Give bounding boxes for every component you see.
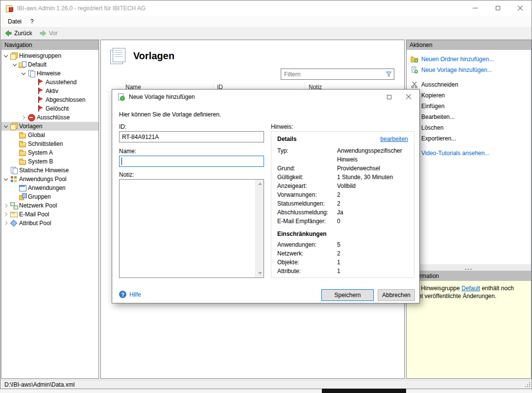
scroll-down-icon[interactable] — [256, 269, 264, 277]
tree-item-ausstehend[interactable]: Ausstehend — [1, 78, 98, 87]
network-pool-icon — [10, 202, 18, 209]
action-new-template[interactable]: Neue Vorlage hinzufügen... — [407, 65, 531, 75]
maximize-button[interactable] — [486, 0, 509, 16]
tree-item-statische-hinweise[interactable]: Statische Hinweise — [1, 166, 98, 175]
hint-label: Hinweis: — [271, 123, 293, 130]
tree-item-netzwerk-pool[interactable]: Netzwerk Pool — [1, 201, 98, 210]
name-field[interactable] — [119, 156, 264, 167]
tree-item-label: Anwendungen — [28, 185, 66, 191]
note-scrollbar[interactable] — [255, 180, 264, 277]
help-icon: ? — [119, 291, 126, 298]
edit-hint-link[interactable]: bearbeiten — [380, 136, 408, 142]
tree-item-geloescht[interactable]: Gelöscht — [1, 104, 98, 113]
save-button[interactable]: Speichern — [321, 289, 374, 301]
tree-indent — [29, 105, 36, 112]
tree-item-anwendungs-pool[interactable]: Anwendungs Pool — [1, 175, 98, 184]
action-copy[interactable]: Kopieren — [407, 90, 531, 101]
tree-item-aktiv[interactable]: Aktiv — [1, 87, 98, 95]
help-link[interactable]: ? Hilfe — [119, 291, 141, 298]
dialog-titlebar: Neue Vorlage hinzufügen — [112, 90, 419, 104]
action-paste[interactable]: Einfügen — [407, 101, 531, 112]
id-field[interactable] — [119, 131, 264, 142]
tree-item-abgeschlossen[interactable]: Abgeschlossen — [1, 95, 98, 104]
tree-item-system-a[interactable]: System A — [1, 148, 98, 157]
detail-value: Providerwechsel — [337, 164, 408, 173]
tree-indent — [11, 132, 18, 139]
action-edit[interactable]: Bearbeiten... — [407, 112, 531, 122]
tree-item-system-b[interactable]: System B — [1, 157, 98, 166]
action-label: Kopieren — [421, 92, 445, 99]
notice-folder-icon — [19, 61, 26, 69]
email-pool-icon — [10, 210, 18, 218]
note-textbox — [119, 179, 264, 278]
resize-grip[interactable] — [524, 381, 531, 388]
detail-value: 1 — [337, 267, 408, 276]
chevron-collapsed-icon[interactable] — [2, 211, 9, 218]
tree-item-hinweisgruppen[interactable]: Hinweisgruppen — [1, 51, 98, 60]
detail-label: Grund: — [277, 164, 337, 173]
tree-item-gruppen[interactable]: Gruppen — [1, 192, 98, 201]
actions-group-gap — [407, 75, 531, 79]
detail-label: Anzeigeart: — [277, 182, 337, 190]
actions-header: Aktionen — [407, 40, 531, 50]
chevron-expanded-icon[interactable] — [11, 61, 18, 68]
forward-button[interactable]: Vor — [39, 29, 58, 37]
note-textarea[interactable] — [120, 180, 255, 277]
detail-row: E-Mail Empfänger:0 — [277, 217, 408, 226]
notices-icon — [27, 69, 35, 77]
tree-item-label: Abgeschlossen — [46, 96, 85, 103]
chevron-collapsed-icon[interactable] — [2, 220, 9, 227]
tree-item-ausschluesse[interactable]: Ausschlüsse — [1, 113, 98, 122]
maximize-icon — [496, 6, 500, 10]
chevron-expanded-icon[interactable] — [2, 52, 9, 59]
actions-panel: Aktionen Neuen Ordner hinzufügen... Neue… — [406, 40, 532, 379]
chevron-expanded-icon[interactable] — [2, 176, 9, 183]
information-default-link[interactable]: Default — [461, 285, 480, 292]
filter-input[interactable] — [281, 71, 383, 78]
tree-item-default[interactable]: Default — [1, 60, 98, 69]
scroll-up-icon[interactable] — [256, 180, 264, 188]
new-template-dialog-icon — [117, 93, 125, 101]
action-delete[interactable]: Löschen — [407, 122, 531, 133]
static-notices-icon — [10, 166, 18, 174]
close-icon — [406, 94, 411, 100]
menu-datei[interactable]: Datei — [3, 17, 26, 26]
action-cut[interactable]: Ausschneiden — [407, 79, 531, 90]
chevron-collapsed-icon[interactable] — [20, 114, 27, 121]
dialog-close-button[interactable] — [399, 90, 418, 104]
action-export[interactable]: Exportieren... — [407, 133, 531, 144]
tree-indent — [11, 193, 18, 200]
tree-item-hinweise[interactable]: Hinweise — [1, 69, 98, 78]
close-button[interactable] — [509, 0, 532, 16]
tree-item-schnittstellen[interactable]: Schnittstellen — [1, 139, 98, 148]
detail-label: Objekte: — [277, 258, 337, 267]
chevron-expanded-icon[interactable] — [20, 70, 27, 77]
panel-splitter[interactable]: ... — [407, 264, 531, 271]
groups-icon — [19, 193, 26, 201]
menu-help[interactable]: ? — [26, 17, 38, 26]
tree-item-attribut-pool[interactable]: Attribut Pool — [1, 219, 98, 228]
back-button[interactable]: Zurück — [4, 29, 32, 37]
tree-item-anwendungen[interactable]: Anwendungen — [1, 184, 98, 192]
new-template-dialog: Neue Vorlage hinzufügen Hier können Sie … — [112, 89, 420, 303]
tree-item-label: Ausstehend — [46, 79, 76, 86]
action-label: Löschen — [421, 124, 443, 131]
tree-item-vorlagen[interactable]: Vorlagen — [1, 122, 98, 131]
tree-indent — [11, 140, 18, 147]
tree-item-e-mail-pool[interactable]: E-Mail Pool — [1, 210, 98, 219]
tree-item-global[interactable]: Global — [1, 131, 98, 139]
action-new-folder[interactable]: Neuen Ordner hinzufügen... — [407, 54, 531, 65]
tree-item-label: Default — [28, 61, 47, 68]
tree-item-label: Gruppen — [28, 193, 51, 200]
tree-item-label: Statische Hinweise — [19, 167, 69, 174]
cancel-button[interactable]: Abbrechen — [378, 289, 415, 301]
action-video-tutorials[interactable]: Video-Tutorials ansehen... — [407, 148, 531, 159]
toolbar: Zurück Vor — [0, 27, 532, 40]
filter-funnel-icon[interactable] — [383, 71, 394, 77]
chevron-expanded-icon[interactable] — [2, 123, 9, 130]
folder-icon — [19, 158, 26, 165]
detail-label: Abschlussmeldung: — [277, 208, 337, 217]
chevron-collapsed-icon[interactable] — [2, 202, 9, 209]
dialog-maximize-button[interactable] — [379, 90, 399, 104]
minimize-button[interactable] — [464, 0, 486, 16]
